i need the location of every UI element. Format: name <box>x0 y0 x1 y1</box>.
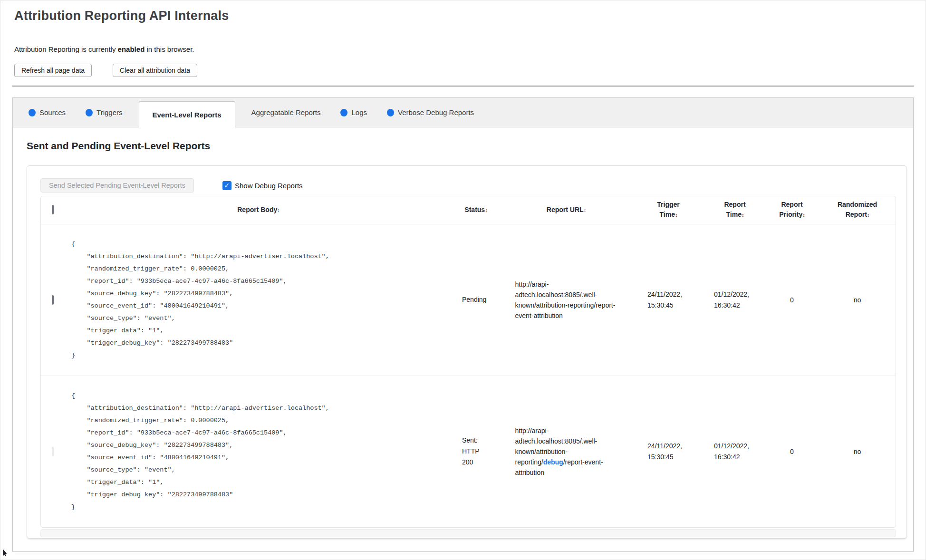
report-body-cell: { "attribution_destination": "http://ara… <box>65 376 452 527</box>
select-all-checkbox[interactable] <box>52 205 54 214</box>
header-report-time[interactable]: Report Time↕ <box>704 196 766 224</box>
status-cell: Pending <box>452 224 500 376</box>
header-report-priority-label: Report Priority <box>779 201 802 218</box>
report-url-value: http://arapi-adtech.localhost:8085/.well… <box>515 425 617 478</box>
sort-icon: ↕ <box>802 212 805 218</box>
report-priority-value: 0 <box>790 448 794 455</box>
tab-event-level-reports-label: Event-Level Reports <box>153 111 222 119</box>
tabbox: Sources Triggers Event-Level Reports Agg… <box>12 97 914 552</box>
header-report-priority[interactable]: Report Priority↕ <box>766 196 818 224</box>
report-toolbar: Send Selected Pending Event-Level Report… <box>40 178 896 193</box>
clear-all-button[interactable]: Clear all attribution data <box>113 64 197 77</box>
status-value: Sent: HTTP 200 <box>462 435 490 468</box>
header-randomized-report-label: Randomized Report <box>838 201 877 218</box>
randomized-report-value: no <box>854 296 861 304</box>
status-cell: Sent: HTTP 200 <box>452 376 500 527</box>
sort-icon: ↕ <box>485 207 487 213</box>
status-value: Pending <box>462 294 490 305</box>
show-debug-reports-control[interactable]: ✓ Show Debug Reports <box>222 181 303 190</box>
divider <box>12 86 914 87</box>
report-row-pending: { "attribution_destination": "http://ara… <box>41 224 896 376</box>
report-url-value: http://arapi-adtech.localhost:8085/.well… <box>515 279 617 321</box>
logs-dot-icon <box>340 109 347 116</box>
report-time-cell: 01/12/2022, 16:30:42 <box>704 376 766 527</box>
report-url-cell: http://arapi-adtech.localhost:8085/.well… <box>500 224 633 376</box>
randomized-report-value: no <box>854 448 861 455</box>
tab-event-level-reports[interactable]: Event-Level Reports <box>139 101 235 127</box>
report-body-json: { "attribution_destination": "http://ara… <box>65 377 452 527</box>
reports-table: Report Body↕ Status↕ Report URL↕ Trigger… <box>41 196 896 527</box>
report-priority-cell: 0 <box>766 376 818 527</box>
tab-logs[interactable]: Logs <box>340 108 367 116</box>
tab-sources[interactable]: Sources <box>29 108 66 116</box>
tab-sources-label: Sources <box>39 108 66 116</box>
refresh-all-button[interactable]: Refresh all page data <box>14 64 92 77</box>
trigger-time-value: 24/11/2022, 15:30:45 <box>647 441 689 463</box>
row-checkbox-disabled <box>52 447 54 456</box>
randomized-report-cell: no <box>818 224 896 376</box>
trigger-time-cell: 24/11/2022, 15:30:45 <box>633 224 704 376</box>
checkmark-icon: ✓ <box>224 182 230 189</box>
sort-icon: ↕ <box>675 212 677 218</box>
sort-icon: ↕ <box>867 212 869 218</box>
report-table-container: Send Selected Pending Event-Level Report… <box>27 165 907 539</box>
top-actions: Refresh all page data Clear all attribut… <box>14 64 914 77</box>
sort-icon: ↕ <box>584 207 586 213</box>
report-body-json: { "attribution_destination": "http://ara… <box>65 225 452 375</box>
tab-aggregatable-reports[interactable]: Aggregatable Reports <box>251 108 321 116</box>
header-trigger-time[interactable]: Trigger Time↕ <box>633 196 704 224</box>
sort-icon: ↕ <box>277 207 280 213</box>
show-debug-checkbox[interactable]: ✓ <box>222 181 232 190</box>
sort-icon: ↕ <box>742 212 744 218</box>
trigger-time-cell: 24/11/2022, 15:30:45 <box>633 376 704 527</box>
send-selected-reports-button[interactable]: Send Selected Pending Event-Level Report… <box>40 178 194 193</box>
header-report-url-label: Report URL <box>547 206 584 213</box>
reports-table-wrapper: Report Body↕ Status↕ Report URL↕ Trigger… <box>40 196 896 528</box>
status-enabled-text: enabled <box>118 45 145 53</box>
randomized-report-cell: no <box>818 376 896 527</box>
section-heading: Sent and Pending Event-Level Reports <box>27 140 907 152</box>
triggers-dot-icon <box>86 109 93 116</box>
status-text-after: in this browser. <box>145 45 194 53</box>
tab-logs-label: Logs <box>351 108 367 116</box>
header-report-url[interactable]: Report URL↕ <box>500 196 633 224</box>
report-row-sent: { "attribution_destination": "http://ara… <box>41 376 896 527</box>
tab-strip: Sources Triggers Event-Level Reports Agg… <box>12 97 914 127</box>
attribution-internals-page: Attribution Reporting API Internals Attr… <box>0 9 926 552</box>
report-time-value: 01/12/2022, 16:30:42 <box>714 289 756 311</box>
event-level-reports-panel: Sent and Pending Event-Level Reports Sen… <box>12 127 914 552</box>
trigger-time-value: 24/11/2022, 15:30:45 <box>647 289 689 311</box>
select-all-header-cell <box>41 196 65 224</box>
row-select-cell <box>41 376 65 527</box>
verbose-debug-dot-icon <box>387 109 394 116</box>
header-randomized-report[interactable]: Randomized Report↕ <box>818 196 896 224</box>
header-report-body[interactable]: Report Body↕ <box>65 196 452 224</box>
table-header-row: Report Body↕ Status↕ Report URL↕ Trigger… <box>41 196 896 224</box>
row-checkbox[interactable] <box>52 295 54 305</box>
sources-dot-icon <box>29 109 36 116</box>
tab-verbose-debug-reports[interactable]: Verbose Debug Reports <box>387 108 474 116</box>
report-url-debug-segment: debug <box>543 458 563 466</box>
table-footer-bar <box>40 529 896 537</box>
report-priority-value: 0 <box>790 296 794 304</box>
report-url-cell: http://arapi-adtech.localhost:8085/.well… <box>500 376 633 527</box>
tab-triggers[interactable]: Triggers <box>86 108 122 116</box>
show-debug-label: Show Debug Reports <box>235 182 303 190</box>
header-status-label: Status <box>464 206 485 213</box>
header-status[interactable]: Status↕ <box>452 196 500 224</box>
report-body-cell: { "attribution_destination": "http://ara… <box>65 224 452 376</box>
header-report-body-label: Report Body <box>237 206 277 213</box>
report-priority-cell: 0 <box>766 224 818 376</box>
report-time-value: 01/12/2022, 16:30:42 <box>714 441 756 463</box>
tab-triggers-label: Triggers <box>96 108 122 116</box>
report-time-cell: 01/12/2022, 16:30:42 <box>704 224 766 376</box>
row-select-cell <box>41 224 65 376</box>
status-text-before: Attribution Reporting is currently <box>14 45 118 53</box>
status-line: Attribution Reporting is currently enabl… <box>14 45 914 53</box>
tab-aggregatable-reports-label: Aggregatable Reports <box>251 108 321 116</box>
tab-verbose-debug-reports-label: Verbose Debug Reports <box>398 108 474 116</box>
page-title: Attribution Reporting API Internals <box>14 9 914 23</box>
